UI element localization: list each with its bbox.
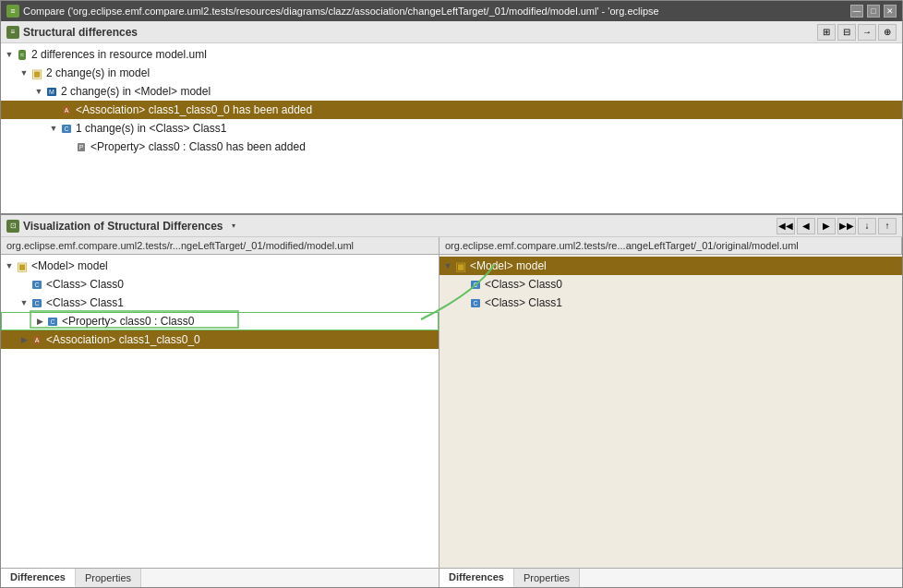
tree-text-changes: 2 change(s) in model	[46, 66, 150, 79]
tree-text-property: <Property> class0 : Class0	[62, 315, 194, 328]
nav-btn-last[interactable]: ▶▶	[837, 218, 856, 234]
expand-icon-class1[interactable]: ▼	[19, 298, 29, 307]
left-tree-panel: ▼▣<Model> modelC<Class> Class0▼C<Class> …	[1, 255, 439, 568]
node-icon-r-class0: C	[469, 278, 482, 291]
expand-icon-r-class0[interactable]	[458, 280, 467, 289]
tree-item-property-added[interactable]: P<Property> class0 : Class0 has been add…	[1, 138, 902, 156]
structural-differences-header: ≡ Structural differences ⊞ ⊟ → ⊕	[1, 21, 902, 43]
expand-icon-model[interactable]: ▼	[5, 261, 14, 270]
node-icon-class1-changes: C	[60, 122, 73, 135]
expand-icon-r-class1[interactable]	[458, 298, 467, 307]
nav-btn-first[interactable]: ◀◀	[777, 218, 795, 234]
left-tree-content: ▼▣<Model> modelC<Class> Class0▼C<Class> …	[1, 255, 439, 568]
tree-item-r-class0[interactable]: C<Class> Class0	[439, 275, 902, 294]
tree-item-changes[interactable]: ▼▣2 change(s) in model	[1, 64, 902, 82]
tree-text-root: 2 differences in resource model.uml	[31, 48, 207, 61]
close-button[interactable]: ✕	[884, 5, 897, 18]
right-tree-panel: ▼▣<Model> modelC<Class> Class0C<Class> C…	[439, 255, 902, 568]
left-col-header: org.eclipse.emf.compare.uml2.tests/r...n…	[1, 237, 439, 254]
right-tab-differences[interactable]: Differences	[439, 569, 514, 587]
nav-btn-down[interactable]: ↓	[858, 218, 876, 234]
tree-item-model-changes[interactable]: ▼M2 change(s) in <Model> model	[1, 82, 902, 101]
node-icon-association-added: A	[60, 103, 73, 116]
left-tab-panel: Differences Properties	[1, 569, 439, 587]
structural-differences-tree: ▼≈2 differences in resource model.uml▼▣2…	[1, 43, 902, 213]
node-icon-association: A	[30, 333, 43, 346]
column-headers: org.eclipse.emf.compare.uml2.tests/r...n…	[1, 237, 902, 255]
right-tree-content: ▼▣<Model> modelC<Class> Class0C<Class> C…	[439, 255, 902, 568]
title-bar-left: ≡ Compare ('org.eclipse.emf.compare.uml2…	[6, 5, 659, 18]
expand-icon-class1-changes[interactable]: ▼	[49, 124, 58, 133]
toolbar-btn-3[interactable]: →	[858, 24, 876, 41]
node-icon-changes: ▣	[30, 66, 43, 79]
left-tab-properties[interactable]: Properties	[76, 569, 141, 587]
node-icon-r-class1: C	[469, 296, 482, 309]
tree-item-association-added[interactable]: A<Association> class1_class0_0 has been …	[1, 101, 902, 119]
tree-text-model: <Model> model	[31, 259, 108, 272]
tree-text-class0: <Class> Class0	[46, 278, 124, 291]
node-icon-model: ▣	[16, 259, 29, 272]
panel-title: Structural differences	[23, 26, 138, 39]
tree-text-association-added: <Association> class1_class0_0 has been a…	[76, 103, 312, 116]
panel-toolbar: ⊞ ⊟ → ⊕	[817, 24, 897, 41]
structural-differences-panel: ≡ Structural differences ⊞ ⊟ → ⊕ ▼≈2 dif…	[1, 21, 902, 215]
node-icon-class1: C	[30, 296, 43, 309]
visualization-toolbar: ◀◀ ◀ ▶ ▶▶ ↓ ↑	[777, 218, 897, 234]
tree-text-class1-changes: 1 change(s) in <Class> Class1	[76, 122, 226, 135]
node-icon-property: C	[46, 315, 59, 328]
expand-icon-root[interactable]: ▼	[5, 50, 14, 59]
toolbar-btn-2[interactable]: ⊟	[837, 24, 856, 41]
tree-item-association[interactable]: ▶A<Association> class1_class0_0	[1, 330, 439, 349]
expand-icon-changes[interactable]: ▼	[19, 68, 29, 78]
tree-item-model[interactable]: ▼▣<Model> model	[1, 257, 439, 275]
tree-text-model-changes: 2 change(s) in <Model> model	[61, 85, 211, 98]
tree-item-class1-changes[interactable]: ▼C1 change(s) in <Class> Class1	[1, 119, 902, 138]
title-bar: ≡ Compare ('org.eclipse.emf.compare.uml2…	[1, 1, 902, 21]
expand-icon-model-changes[interactable]: ▼	[34, 87, 43, 96]
tree-text-r-class1: <Class> Class1	[485, 296, 562, 309]
expand-icon-property[interactable]: ▶	[35, 317, 44, 326]
tree-text-association: <Association> class1_class0_0	[46, 333, 200, 346]
nav-btn-up[interactable]: ↑	[878, 218, 897, 234]
visualization-header: ⊡ Visualization of Structural Difference…	[1, 215, 902, 237]
maximize-button[interactable]: □	[867, 5, 880, 18]
visualization-title: Visualization of Structural Differences	[23, 220, 223, 233]
dropdown-button[interactable]: ▾	[227, 220, 240, 233]
expand-icon-property-added[interactable]	[64, 142, 73, 151]
expand-icon-class0[interactable]	[19, 280, 29, 289]
nav-btn-prev[interactable]: ◀	[797, 218, 815, 234]
right-tab-properties[interactable]: Properties	[514, 569, 580, 587]
expand-icon-r-model[interactable]: ▼	[443, 261, 452, 270]
viz-container: ▼▣<Model> modelC<Class> Class0▼C<Class> …	[1, 255, 902, 568]
title-bar-controls[interactable]: — □ ✕	[850, 5, 897, 18]
tree-text-r-class0: <Class> Class0	[485, 278, 562, 291]
tree-item-property[interactable]: ▶C<Property> class0 : Class0	[1, 312, 439, 330]
tree-text-class1: <Class> Class1	[46, 296, 124, 309]
nav-btn-next[interactable]: ▶	[817, 218, 836, 234]
minimize-button[interactable]: —	[850, 5, 863, 18]
bottom-tabs-area: Differences Properties Differences Prope…	[1, 568, 902, 587]
toolbar-btn-4[interactable]: ⊕	[878, 24, 897, 41]
expand-icon-association-added[interactable]	[49, 105, 58, 114]
right-tab-panel: Differences Properties	[439, 569, 902, 587]
tree-item-r-model[interactable]: ▼▣<Model> model	[439, 257, 902, 275]
toolbar-btn-1[interactable]: ⊞	[817, 24, 836, 41]
tree-text-r-model: <Model> model	[470, 259, 547, 272]
node-icon-class0: C	[30, 278, 43, 291]
right-col-header: org.eclipse.emf.compare.uml2.tests/re...…	[439, 237, 902, 254]
tree-item-class0[interactable]: C<Class> Class0	[1, 275, 439, 294]
expand-icon-association[interactable]: ▶	[19, 335, 29, 344]
panel-header-left: ≡ Structural differences	[6, 26, 138, 39]
panel-header-icon: ≡	[6, 26, 19, 39]
main-window: ≡ Compare ('org.eclipse.emf.compare.uml2…	[0, 0, 903, 588]
visualization-panel: ⊡ Visualization of Structural Difference…	[1, 215, 902, 587]
visualization-header-left: ⊡ Visualization of Structural Difference…	[6, 220, 240, 233]
tree-item-r-class1[interactable]: C<Class> Class1	[439, 294, 902, 312]
tree-item-root[interactable]: ▼≈2 differences in resource model.uml	[1, 45, 902, 64]
node-icon-root: ≈	[16, 48, 29, 61]
compare-icon: ≡	[6, 5, 19, 18]
visualization-icon: ⊡	[6, 220, 19, 233]
tree-item-class1[interactable]: ▼C<Class> Class1	[1, 294, 439, 312]
left-tab-differences[interactable]: Differences	[1, 569, 76, 587]
node-icon-model-changes: M	[45, 85, 58, 98]
